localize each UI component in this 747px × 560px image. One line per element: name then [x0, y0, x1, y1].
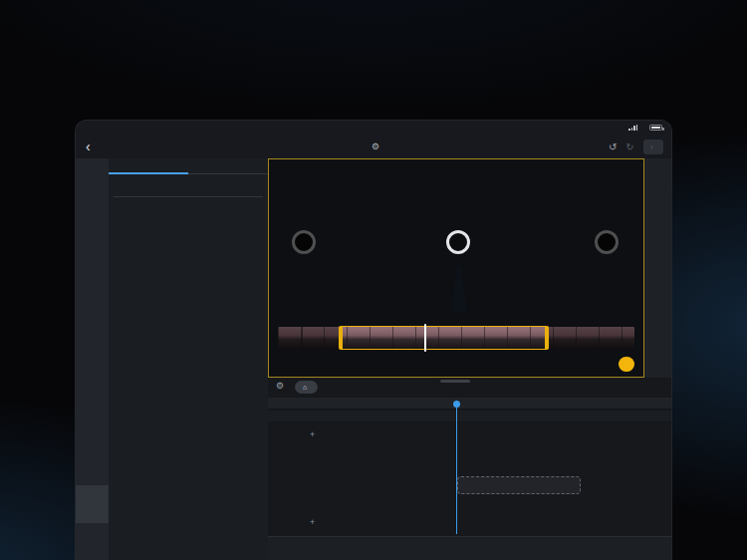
multi-select-button[interactable]	[76, 485, 109, 523]
scrubber-dim-left	[278, 327, 339, 349]
tab-bgm[interactable]	[109, 158, 188, 174]
all-clips-row[interactable]	[268, 411, 671, 422]
tab-sfx[interactable]	[188, 158, 268, 174]
panel-drag-handle[interactable]	[440, 380, 470, 383]
edit-strip	[644, 158, 671, 378]
previous-track-disc	[269, 179, 367, 305]
video-preview	[268, 158, 644, 378]
music-tabs	[109, 158, 268, 174]
next-track-disc	[534, 169, 643, 315]
playhead-marker[interactable]	[453, 401, 460, 408]
all-clips-label	[268, 411, 324, 421]
scrubber-playhead[interactable]	[424, 324, 426, 352]
timeline-settings-icon[interactable]: ⚙	[276, 381, 284, 391]
scrubber-dim-right	[549, 327, 634, 349]
back-button[interactable]: ‹	[86, 137, 91, 156]
drag-hint	[457, 476, 581, 494]
add-track-button-top[interactable]: +	[310, 429, 315, 439]
music-library-panel	[109, 158, 268, 560]
playhead-line[interactable]	[456, 405, 458, 534]
preview-canvas	[269, 159, 643, 326]
music-categories	[109, 174, 268, 190]
project-settings-icon[interactable]: ⚙	[372, 141, 379, 151]
undo-button[interactable]: ↺	[609, 141, 617, 152]
playback-controls	[269, 351, 643, 377]
marker-label	[268, 398, 324, 409]
current-track-disc	[382, 166, 534, 318]
tool-rail	[76, 158, 109, 560]
add-track-button-bottom[interactable]: +	[310, 517, 315, 527]
music-grid	[109, 204, 268, 560]
timeline-panel: ⚙ ⌂ + +	[268, 378, 671, 560]
signal-icon	[628, 125, 637, 131]
trim-selection[interactable]	[339, 326, 549, 350]
clip-toolbar	[268, 536, 671, 560]
section-label	[109, 190, 268, 199]
add-clip-button[interactable]	[619, 357, 634, 372]
main-timeline-button[interactable]: ⌂	[295, 381, 318, 394]
export-button[interactable]: ↑	[643, 140, 663, 154]
ipad-screen: ‹ ⚙ ↺ ↻ ↑	[75, 120, 672, 560]
share-icon: ↑	[650, 143, 653, 150]
marketing-screenshot: ‹ ⚙ ↺ ↻ ↑	[0, 0, 747, 560]
home-icon: ⌂	[303, 384, 307, 391]
status-bar	[76, 121, 671, 135]
marker-row[interactable]	[268, 398, 671, 410]
battery-icon	[649, 125, 662, 131]
audio-scrubber[interactable]	[278, 327, 634, 349]
redo-button[interactable]: ↻	[625, 141, 633, 152]
app-bar: ‹ ⚙ ↺ ↻ ↑	[76, 135, 671, 158]
